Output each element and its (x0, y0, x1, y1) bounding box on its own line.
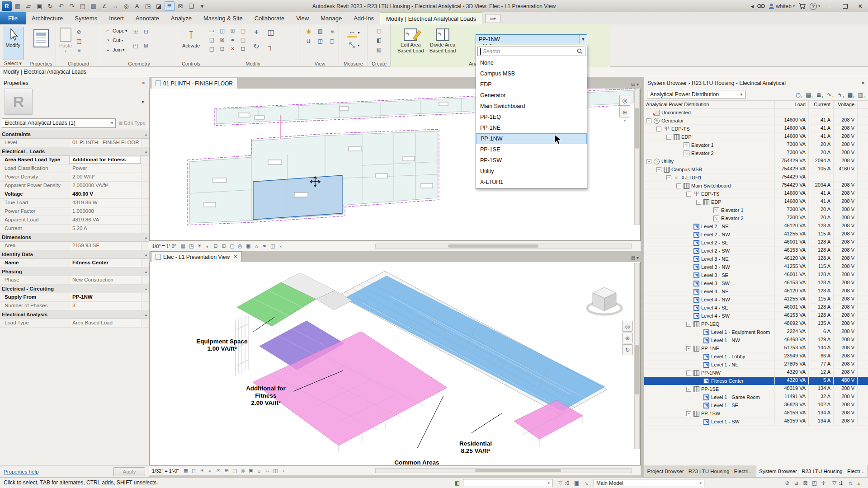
visual-style-icon[interactable]: ◳ (190, 467, 198, 474)
collapse-all-icon[interactable]: ≣ (814, 90, 824, 99)
detail-level-icon[interactable]: ▦ (182, 467, 190, 474)
ribbon-tab-view[interactable]: View (290, 12, 315, 24)
type-selector[interactable]: Electrical Analytical Loads (1) ▾ (2, 118, 116, 128)
ribbon-tab-file[interactable]: File (0, 12, 26, 24)
scale-icon[interactable]: ◳ (208, 45, 216, 52)
dropdown-item-pp-1eq[interactable]: PP-1EQ (476, 112, 587, 122)
corner-trim-icon[interactable]: ┐ (266, 41, 276, 51)
property-group-header[interactable]: Electrical - Loads▴ (0, 147, 149, 156)
property-value[interactable]: 4319.86 VA (70, 216, 141, 224)
search-input[interactable]: Search (477, 47, 585, 56)
plan-vertical-scrollbar[interactable] (634, 89, 640, 225)
override-graphics-icon[interactable]: ▨ (316, 28, 324, 35)
property-value[interactable]: 2.00 W/ft² (70, 173, 141, 181)
delete-icon[interactable]: × (229, 45, 236, 52)
zoom-icon[interactable]: ⊕ (619, 107, 630, 117)
unpin-icon[interactable]: ◰ (239, 27, 247, 34)
collapse-toggle-icon[interactable]: − (686, 387, 691, 392)
collapse-toggle-icon[interactable]: − (686, 371, 691, 375)
steering-wheel-icon[interactable]: ◎ (619, 95, 630, 106)
edit-area-based-load-button[interactable]: Edit AreaBased Load (396, 28, 425, 55)
join-geometry-button[interactable]: ◒Join▾ (104, 46, 127, 53)
collapse-group-icon[interactable]: ▴ (145, 253, 147, 257)
tree-row-generator[interactable]: −ϟGenerator14600 VA41 A208 V (644, 117, 868, 125)
copy-to-clipboard-icon[interactable]: ◫ (75, 38, 83, 45)
detail-level-icon[interactable]: ▦ (179, 243, 187, 250)
tree-row-level-1-game-room[interactable]: ◥Level 1 - Game Room11491 VA32 A208 V (644, 393, 868, 401)
temporary-hide-isolate-icon[interactable]: ▢ (228, 243, 236, 250)
tree-row-edp[interactable]: −EDP14600 VA41 A208 V (644, 133, 868, 141)
user-name[interactable]: whiteb (776, 3, 792, 9)
column-load[interactable]: Load (774, 101, 808, 108)
panel-splitter[interactable] (641, 77, 644, 477)
reveal-constraints-icon[interactable]: ≍ (261, 243, 269, 250)
column-settings-icon[interactable]: ▥ (856, 90, 865, 99)
crop-view-icon[interactable]: ⊡ (215, 467, 222, 474)
pin-icon[interactable]: ◲ (239, 36, 247, 43)
property-value[interactable]: 1.000000 (70, 207, 141, 216)
property-value[interactable]: Power (70, 164, 141, 173)
3d-scale[interactable]: 1/32" = 1'-0" (152, 468, 179, 474)
tree-row-edp-ts[interactable]: −ΨEDP-TS14600 VA41 A208 V (644, 125, 868, 133)
ribbon-tab-annotate[interactable]: Annotate (130, 12, 165, 24)
tree-row-level-2-nw[interactable]: ◥Level 2 - NW41255 VA115 A208 V (644, 230, 868, 239)
tree-row-pp-1se[interactable]: −PP-1SE48319 VA134 A208 V (644, 385, 868, 393)
dropdown-item-pp-1sw[interactable]: PP-1SW (476, 155, 587, 166)
collapse-toggle-icon[interactable]: − (686, 411, 691, 416)
open-icon[interactable]: ▱ (24, 1, 33, 11)
property-value[interactable]: 2.000000 VA/ft² (70, 182, 141, 190)
linework-icon[interactable]: ≡ (328, 28, 336, 35)
properties-help-link[interactable]: Properties help (4, 469, 38, 474)
show-crop-region-icon[interactable]: ⊞ (220, 243, 228, 250)
3d-vertical-scrollbar[interactable] (634, 263, 640, 449)
create-group-icon[interactable]: ▢ (375, 27, 383, 34)
activate-controls-button[interactable]: ⊺ Activate (177, 28, 205, 49)
close-view-icon[interactable]: ✕ (233, 254, 237, 260)
expand-view-bar-icon[interactable]: ‹ (277, 243, 285, 250)
wall-joins-icon[interactable]: ◰ (132, 42, 139, 49)
close-hidden-windows-icon[interactable]: ⊠ (175, 1, 185, 11)
plan-scale[interactable]: 1/8" = 1'-0" (152, 244, 176, 249)
tag-icon[interactable]: ◎ (121, 1, 131, 11)
app-store-cart-icon[interactable] (798, 3, 806, 9)
ribbon-tab-collaborate[interactable]: Collaborate (249, 12, 291, 24)
hide-elements-icon[interactable]: ◉ (305, 28, 312, 35)
dropdown-item-generator[interactable]: Generator (476, 90, 587, 101)
property-value[interactable]: 3 (70, 302, 141, 310)
property-value[interactable]: New Construction (70, 276, 141, 284)
select-underlay-toggle-icon[interactable]: ⊿ (792, 479, 801, 487)
sun-path-icon[interactable]: ☀ (198, 467, 206, 474)
mirror-axis-icon[interactable]: ⊞ (229, 27, 236, 34)
recent-documents-icon[interactable]: ▦ (13, 1, 23, 11)
analytical-model-icon[interactable]: ⌂ (255, 467, 263, 474)
dropdown-item-main-switchboard[interactable]: Main Switchboard (476, 101, 587, 112)
property-group-header[interactable]: Electrical Analysis▴ (0, 310, 149, 319)
collapse-toggle-icon[interactable]: − (696, 200, 701, 205)
array-icon[interactable]: ◱ (208, 36, 216, 43)
property-value[interactable]: 4319.86 W (70, 199, 141, 207)
dropdown-item-utility[interactable]: Utility (476, 166, 587, 177)
tree-row-fitness-center[interactable]: ◥Fitness Center4320 VA5 A480 V (644, 377, 868, 385)
plan-horizontal-scrollbar[interactable] (375, 244, 632, 249)
collapse-group-icon[interactable]: ▴ (145, 132, 147, 136)
orbit-icon[interactable]: ↻ (622, 344, 633, 355)
split-icon[interactable]: ≍ (229, 36, 236, 43)
apply-button[interactable]: Apply (113, 467, 145, 476)
worksets-dialog-icon[interactable]: ▣ (572, 479, 581, 487)
drag-on-selection-toggle-icon[interactable]: ✛ (819, 479, 828, 487)
export-pdf-icon[interactable]: ▥ (89, 1, 99, 11)
collapse-toggle-icon[interactable]: − (666, 135, 671, 140)
worksharing-display-icon[interactable]: ◫ (272, 467, 279, 474)
tree-row-level-1-ne[interactable]: ◥Level 1 - NE27805 VA77 A208 V (644, 361, 868, 369)
show-crop-region-icon[interactable]: ⊞ (223, 467, 231, 474)
aligned-dimension-icon[interactable]: ↔ (110, 1, 120, 11)
project-browser-tab[interactable]: Project Browser - R23 LTU Housing - Elec… (644, 465, 756, 477)
dropdown-item-edp[interactable]: EDP (476, 79, 587, 90)
measure-between-icon[interactable]: ↔ (347, 28, 357, 38)
tree-row-level-1-equipment-room[interactable]: ◥Level 1 - Equipment Room2224 VA6 A208 V (644, 328, 868, 336)
tree-row-elevator-1[interactable]: ϟElevator 17300 VA20 A208 V (644, 206, 868, 214)
crop-view-icon[interactable]: ⊡ (212, 243, 220, 250)
plan-view-tab[interactable]: 01 PLINTH - FINISH FLOOR (151, 78, 237, 89)
collapse-toggle-icon[interactable]: − (666, 175, 671, 180)
hide-category-icon[interactable]: ⇊ (305, 38, 312, 45)
